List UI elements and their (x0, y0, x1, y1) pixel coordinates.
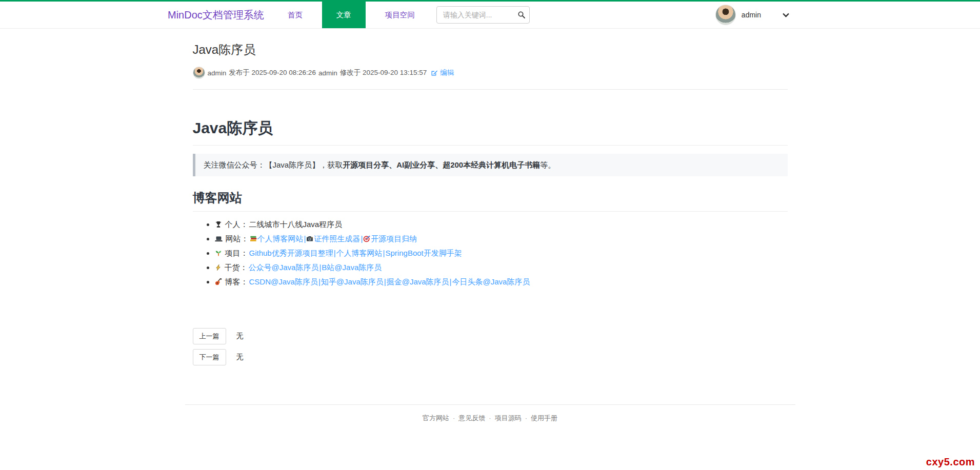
list-item-label: 个人： (225, 220, 248, 229)
content-link[interactable]: 证件照生成器 (306, 234, 360, 243)
username: admin (742, 11, 761, 19)
list-item: 博客：CSDN@Java陈序员|知乎@Java陈序员|掘金@Java陈序员|今日… (215, 277, 788, 287)
section-heading: 博客网站 (193, 190, 788, 212)
article-quote: 关注微信公众号：【Java陈序员】，获取开源项目分享、AI副业分享、超200本经… (193, 154, 788, 176)
content-link[interactable]: B站@Java陈序员 (322, 263, 382, 272)
content-link[interactable]: Github优秀开源项目整理 (249, 249, 333, 257)
list-item-label: 项目： (225, 249, 248, 257)
content-link[interactable]: 今日头条@Java陈序员 (452, 277, 530, 286)
article-body: Java陈序员 关注微信公众号：【Java陈序员】，获取开源项目分享、AI副业分… (193, 118, 788, 365)
prev-row: 上一篇 无 (193, 328, 788, 344)
link-separator: | (334, 249, 336, 257)
footer-separator: · (489, 414, 491, 422)
prev-button[interactable]: 上一篇 (193, 328, 226, 344)
list-item: 项目：Github优秀开源项目整理|个人博客网站|SpringBoot开发脚手架 (215, 248, 788, 258)
page: MinDoc文档管理系统 首页文章项目空间 admin Java陈序员 (0, 0, 980, 470)
trophy-icon (215, 221, 222, 228)
content-link[interactable]: 掘金@Java陈序员 (387, 277, 449, 286)
link-separator: | (319, 263, 321, 272)
link-separator: | (383, 249, 385, 257)
content-link[interactable]: 开源项目归纳 (363, 234, 417, 243)
footer: 官方网站·意见反馈·项目源码·使用手册 (185, 404, 795, 423)
content-link[interactable]: CSDN@Java陈序员 (249, 277, 318, 286)
content-link[interactable]: SpringBoot开发脚手架 (386, 249, 462, 257)
list-item-label: 网站： (226, 234, 249, 243)
target-icon (363, 235, 370, 242)
user-menu[interactable]: admin (715, 2, 789, 28)
watermark: cxy5.com (926, 456, 975, 468)
search-button[interactable] (516, 10, 527, 20)
quote-suffix: 等。 (540, 160, 555, 169)
footer-link[interactable]: 意见反馈 (458, 414, 485, 422)
content-link[interactable]: 公众号@Java陈序员 (249, 263, 319, 272)
quote-bold: 开源项目分享、AI副业分享、超200本经典计算机电子书籍 (343, 160, 540, 169)
search-input[interactable] (436, 6, 530, 24)
next-row: 下一篇 无 (193, 349, 788, 365)
avatar (715, 5, 736, 25)
article-meta: admin 发布于 2025-09-20 08:26:26 admin 修改于 … (193, 67, 788, 79)
nav-item-home[interactable]: 首页 (281, 2, 310, 28)
chevron-down-icon (783, 13, 789, 17)
footer-link[interactable]: 使用手册 (531, 414, 557, 422)
content-link[interactable]: 个人博客网站 (250, 234, 304, 243)
app-header: MinDoc文档管理系统 首页文章项目空间 admin (0, 0, 980, 29)
quote-prefix: 关注微信公众号：【Java陈序员】，获取 (204, 160, 343, 169)
meta-editor: admin (318, 69, 337, 77)
list-item-label: 博客： (225, 277, 248, 286)
link-separator: | (318, 277, 321, 286)
list-item-text: 二线城市十八线Java程序员 (249, 220, 343, 229)
footer-link[interactable]: 官方网站 (423, 414, 449, 422)
laptop-icon (215, 235, 223, 242)
camera-icon (306, 235, 313, 242)
nav-item-articles[interactable]: 文章 (322, 2, 366, 28)
list-item-label: 干货： (225, 263, 248, 272)
search-box (436, 6, 530, 24)
guitar-icon (215, 278, 222, 285)
prev-value: 无 (236, 332, 244, 341)
list-item: 网站：个人博客网站|证件照生成器|开源项目归纳 (215, 234, 788, 244)
meta-published: 发布于 2025-09-20 08:26:26 (229, 68, 316, 77)
footer-separator: · (525, 414, 527, 422)
edit-link[interactable]: 编辑 (431, 68, 456, 77)
seedling-icon (215, 250, 222, 257)
footer-separator: · (453, 414, 455, 422)
link-separator: | (361, 234, 363, 243)
next-button[interactable]: 下一篇 (193, 349, 226, 365)
footer-links: 官方网站·意见反馈·项目源码·使用手册 (185, 414, 795, 423)
edit-icon (431, 69, 438, 76)
main-content: Java陈序员 admin 发布于 2025-09-20 08:26:26 ad… (193, 42, 788, 365)
link-separator: | (384, 277, 386, 286)
books-icon (250, 235, 257, 242)
main-nav: 首页文章项目空间 (273, 2, 429, 28)
edit-label: 编辑 (440, 68, 454, 77)
meta-divider (193, 89, 788, 90)
content-link[interactable]: 知乎@Java陈序员 (321, 277, 384, 286)
page-title: Java陈序员 (193, 42, 788, 58)
list-item: 个人：二线城市十八线Java程序员 (215, 219, 788, 230)
next-value: 无 (236, 353, 244, 362)
footer-link[interactable]: 项目源码 (495, 414, 522, 422)
brand-logo[interactable]: MinDoc文档管理系统 (168, 8, 264, 22)
pagination: 上一篇 无 下一篇 无 (193, 328, 788, 365)
meta-author: admin (208, 69, 227, 77)
lightning-icon (215, 264, 222, 271)
search-icon (517, 11, 526, 19)
author-avatar (193, 67, 205, 79)
link-separator: | (450, 277, 452, 286)
nav-item-project-space[interactable]: 项目空间 (378, 2, 422, 28)
content-link[interactable]: 个人博客网站 (336, 249, 383, 257)
list-item: 干货：公众号@Java陈序员|B站@Java陈序员 (215, 262, 788, 273)
feature-list: 个人：二线城市十八线Java程序员网站：个人博客网站|证件照生成器|开源项目归纳… (193, 219, 788, 287)
article-heading: Java陈序员 (193, 118, 788, 146)
meta-modified: 修改于 2025-09-20 13:15:57 (340, 68, 427, 77)
link-separator: | (304, 234, 306, 243)
